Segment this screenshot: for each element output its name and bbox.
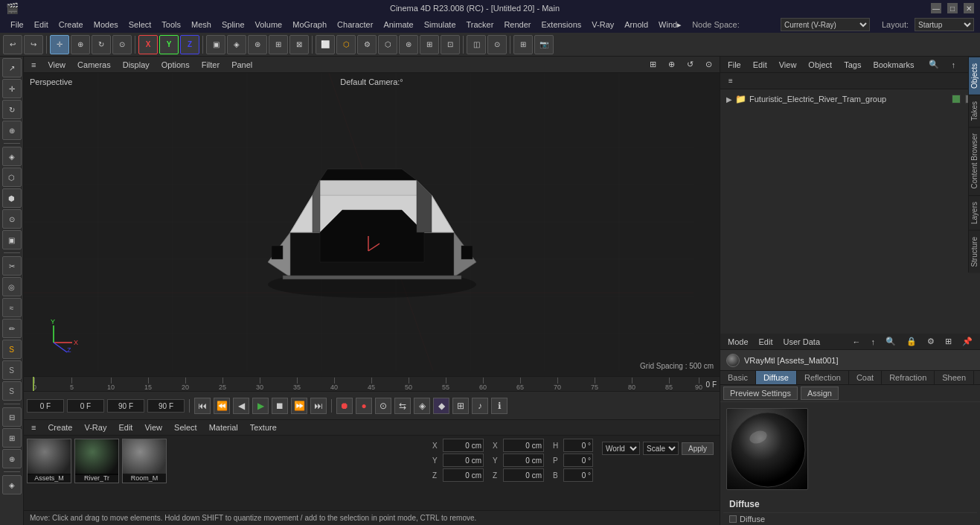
menu-animate[interactable]: Animate bbox=[379, 19, 417, 31]
rh-arrow-up-btn[interactable]: ↑ bbox=[947, 60, 960, 70]
lt-smooth-btn[interactable]: ≈ bbox=[2, 298, 22, 317]
assign-btn[interactable]: Assign bbox=[801, 386, 839, 400]
prev-frame-button[interactable]: ⏪ bbox=[214, 398, 230, 414]
pingpong-btn[interactable]: ⇆ bbox=[394, 398, 411, 414]
vt-cameras-btn[interactable]: Cameras bbox=[73, 60, 115, 70]
mat-tb-view[interactable]: View bbox=[140, 422, 167, 433]
lt-move-btn[interactable]: ✛ bbox=[2, 79, 22, 98]
menu-wind[interactable]: Wind▸ bbox=[654, 19, 686, 31]
menu-mesh[interactable]: Mesh bbox=[187, 19, 216, 31]
vt-icon-btn-3[interactable]: ↺ bbox=[682, 59, 698, 70]
shape-btn-6[interactable]: ⊞ bbox=[420, 35, 439, 54]
minimize-button[interactable]: — bbox=[931, 3, 941, 13]
attr-pin-btn[interactable]: 📌 bbox=[958, 336, 977, 347]
preview-settings-btn[interactable]: Preview Settings bbox=[723, 386, 798, 400]
axis-z-button[interactable]: Z bbox=[180, 35, 199, 54]
object-button-2[interactable]: ◈ bbox=[227, 35, 246, 54]
rh-search-btn[interactable]: 🔍 bbox=[924, 59, 944, 70]
key-btn[interactable]: ◆ bbox=[433, 398, 449, 414]
lt-rotate-btn[interactable]: ↻ bbox=[2, 100, 22, 119]
grid-btn-tc[interactable]: ⊞ bbox=[452, 398, 469, 414]
move-tool-button[interactable]: ✛ bbox=[50, 35, 69, 54]
axis-x-button[interactable]: X bbox=[138, 35, 158, 54]
rh-object-btn[interactable]: Object bbox=[804, 60, 836, 70]
attr-mode-btn[interactable]: Mode bbox=[723, 337, 753, 347]
attr-userdata-btn[interactable]: User Data bbox=[779, 337, 825, 347]
tab-bump[interactable]: Bump bbox=[974, 371, 980, 384]
h-input[interactable] bbox=[563, 439, 593, 452]
start-frame-input[interactable] bbox=[27, 399, 64, 413]
lt-point-btn[interactable]: ⊙ bbox=[2, 209, 22, 229]
tool-btn-a[interactable]: ⊙ bbox=[487, 35, 507, 54]
p-input[interactable] bbox=[563, 454, 593, 467]
shape-btn-3[interactable]: ⚙ bbox=[357, 35, 377, 54]
apply-button[interactable]: Apply bbox=[682, 442, 714, 455]
lt-btn-s2[interactable]: S bbox=[2, 360, 22, 380]
lt-axis-btn[interactable]: ⊕ bbox=[2, 449, 22, 468]
menu-tracker[interactable]: Tracker bbox=[462, 19, 499, 31]
menu-mograph[interactable]: MoGraph bbox=[288, 19, 331, 31]
close-button[interactable]: ✕ bbox=[964, 3, 974, 13]
mat-tb-select[interactable]: Select bbox=[170, 422, 202, 433]
autokey-btn[interactable]: ● bbox=[356, 398, 372, 414]
motion-btn[interactable]: ◈ bbox=[414, 398, 430, 414]
axis-y-button[interactable]: Y bbox=[159, 35, 179, 54]
vt-options-btn[interactable]: Options bbox=[157, 60, 194, 70]
goto-end-button[interactable]: ⏭ bbox=[310, 398, 327, 414]
vt-panel-btn[interactable]: Panel bbox=[227, 60, 257, 70]
object-button-1[interactable]: ▣ bbox=[206, 35, 225, 54]
attr-lock-btn[interactable]: 🔒 bbox=[902, 336, 921, 347]
attr-edit-btn[interactable]: Edit bbox=[755, 337, 778, 347]
tab-coat[interactable]: Coat bbox=[849, 371, 882, 384]
mat-thumb-0[interactable]: Assets_M bbox=[27, 439, 71, 483]
rt-tab-content-browser[interactable]: Content Browser bbox=[969, 127, 980, 194]
menu-file[interactable]: File bbox=[6, 19, 28, 31]
lt-scale-btn[interactable]: ⊕ bbox=[2, 121, 22, 140]
vt-display-btn[interactable]: Display bbox=[118, 60, 154, 70]
lt-select-btn[interactable]: ↗ bbox=[2, 58, 22, 77]
rt-tab-takes[interactable]: Takes bbox=[969, 95, 980, 127]
menu-edit[interactable]: Edit bbox=[30, 19, 53, 31]
rh-view-btn[interactable]: View bbox=[775, 60, 801, 70]
record-btn[interactable]: ⏺ bbox=[336, 398, 353, 414]
mat-tb-create[interactable]: Create bbox=[43, 422, 77, 433]
end-frame-input[interactable] bbox=[107, 399, 144, 413]
shape-btn-2[interactable]: ⬡ bbox=[336, 35, 356, 54]
grid-btn[interactable]: ⊞ bbox=[513, 35, 533, 54]
lt-draw-btn[interactable]: ✏ bbox=[2, 319, 22, 338]
world-select[interactable]: World Object bbox=[602, 442, 640, 455]
y-input-2[interactable] bbox=[503, 454, 544, 467]
z-input-1[interactable] bbox=[443, 468, 484, 482]
scale-tool-button[interactable]: ⊕ bbox=[71, 35, 90, 54]
lt-view-btn[interactable]: ◈ bbox=[2, 147, 22, 166]
menu-vray[interactable]: V-Ray bbox=[587, 19, 618, 31]
menu-create[interactable]: Create bbox=[54, 19, 88, 31]
x-input-2[interactable] bbox=[503, 439, 544, 452]
shape-btn-1[interactable]: ⬜ bbox=[316, 35, 335, 54]
menu-simulate[interactable]: Simulate bbox=[420, 19, 461, 31]
current-frame-input[interactable] bbox=[67, 399, 104, 413]
menu-render[interactable]: Render bbox=[499, 19, 535, 31]
camera-btn[interactable]: 📷 bbox=[534, 35, 554, 54]
render-frame-input[interactable] bbox=[147, 399, 185, 413]
menu-modes[interactable]: Modes bbox=[89, 19, 123, 31]
layout-select[interactable]: Startup bbox=[915, 18, 974, 31]
vt-filter-btn[interactable]: Filter bbox=[197, 60, 224, 70]
rh-file-btn[interactable]: File bbox=[723, 60, 746, 70]
nodespace-select[interactable]: Current (V-Ray) bbox=[781, 18, 870, 31]
timeline-ruler[interactable]: 0 5 10 15 20 25 30 35 40 45 50 55 60 65 … bbox=[24, 377, 720, 392]
obj-tb-menu[interactable]: ≡ bbox=[723, 74, 738, 88]
goto-start-button[interactable]: ⏮ bbox=[194, 398, 211, 414]
mat-tb-material[interactable]: Material bbox=[205, 422, 243, 433]
rotate-tool-button[interactable]: ↻ bbox=[92, 35, 111, 54]
shape-btn-7[interactable]: ⊡ bbox=[441, 35, 460, 54]
mat-tb-edit[interactable]: Edit bbox=[114, 422, 137, 433]
stop-button[interactable]: ⏹ bbox=[272, 398, 288, 414]
tab-sheen[interactable]: Sheen bbox=[935, 371, 974, 384]
info-btn[interactable]: ℹ bbox=[491, 398, 507, 414]
lt-knife-btn[interactable]: ✂ bbox=[2, 256, 22, 276]
menu-volume[interactable]: Volume bbox=[251, 19, 287, 31]
obj-item-tram[interactable]: ▶ 📁 Futuristic_Electric_River_Tram_group bbox=[723, 92, 977, 106]
menu-spline[interactable]: Spline bbox=[217, 19, 249, 31]
z-input-2[interactable] bbox=[503, 468, 544, 482]
